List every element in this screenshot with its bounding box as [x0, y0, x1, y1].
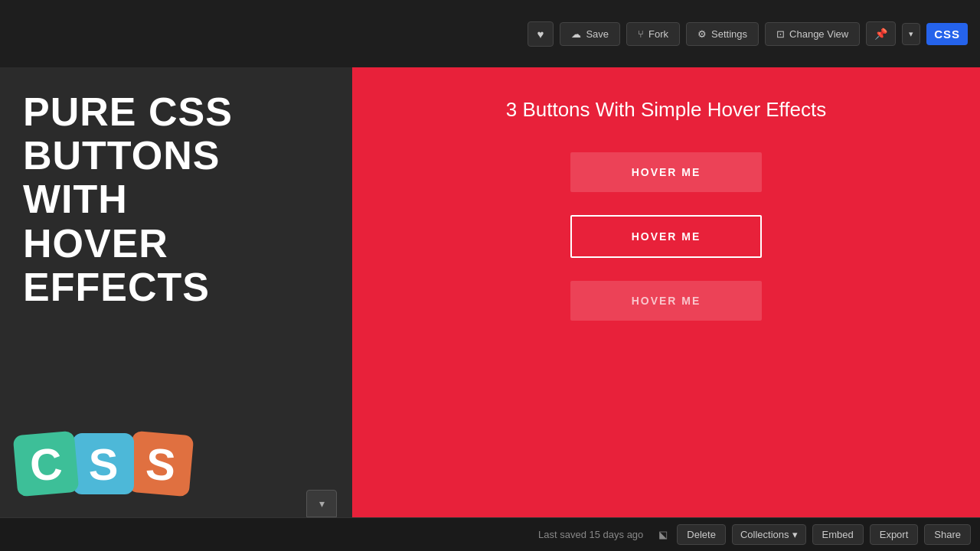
title-line-4: HOVER: [23, 222, 329, 266]
css-logo-icons: C S S: [0, 418, 352, 517]
pin-button[interactable]: 📌: [866, 21, 896, 46]
chevron-down-button[interactable]: ▾: [306, 490, 337, 517]
demo-button-3[interactable]: HOVER ME: [570, 281, 762, 321]
collections-button[interactable]: Collections ▾: [732, 524, 806, 545]
last-saved-text: Last saved 15 days ago: [538, 529, 643, 540]
title-line-2: BUTTONS: [23, 134, 329, 178]
css-letter-s2: S: [128, 431, 194, 497]
settings-button[interactable]: ⚙ Settings: [686, 22, 759, 46]
main-area: PURE CSS BUTTONS WITH HOVER EFFECTS C S …: [0, 67, 980, 517]
css-logo-badge: CSS: [926, 23, 968, 45]
heart-icon: ♥: [537, 28, 544, 41]
pin-icon: 📌: [874, 28, 887, 40]
heart-button[interactable]: ♥: [528, 21, 554, 47]
demo-button-1[interactable]: HOVER ME: [570, 152, 762, 192]
external-link-icon: ⬕: [658, 529, 668, 540]
export-button[interactable]: Export: [870, 524, 919, 545]
css-letter-s1: S: [73, 433, 134, 494]
chevron-down-icon: ▾: [319, 497, 325, 510]
preview-panel: 3 Buttons With Simple Hover Effects HOVE…: [352, 67, 980, 517]
fork-icon: ⑂: [638, 28, 644, 40]
preview-title: 3 Buttons With Simple Hover Effects: [506, 98, 827, 122]
toolbar: ♥ ☁ Save ⑂ Fork ⚙ Settings ⊡ Change View…: [0, 0, 980, 67]
title-text: PURE CSS BUTTONS WITH HOVER EFFECTS: [0, 67, 352, 309]
gear-icon: ⚙: [697, 28, 707, 40]
share-button[interactable]: Share: [924, 524, 971, 545]
title-line-3: WITH: [23, 178, 329, 221]
chevron-down-icon: ▾: [909, 29, 913, 38]
change-view-button[interactable]: ⊡ Change View: [765, 22, 860, 46]
title-line-1: PURE CSS: [23, 90, 329, 134]
collections-chevron-icon: ▾: [792, 529, 798, 540]
fork-button[interactable]: ⑂ Fork: [626, 22, 680, 46]
demo-button-2[interactable]: HOVER ME: [570, 215, 762, 258]
monitor-icon: ⊡: [776, 28, 785, 40]
embed-button[interactable]: Embed: [812, 524, 864, 545]
save-button[interactable]: ☁ Save: [560, 22, 620, 46]
title-line-5: EFFECTS: [23, 266, 329, 309]
external-link-button[interactable]: ⬕: [655, 527, 671, 542]
status-bar: Last saved 15 days ago ⬕ Delete Collecti…: [0, 517, 980, 551]
toolbar-chevron-button[interactable]: ▾: [902, 23, 920, 45]
css-letter-c: C: [13, 431, 80, 497]
delete-button[interactable]: Delete: [677, 524, 726, 545]
cloud-icon: ☁: [571, 28, 581, 40]
left-panel: PURE CSS BUTTONS WITH HOVER EFFECTS C S …: [0, 67, 352, 517]
